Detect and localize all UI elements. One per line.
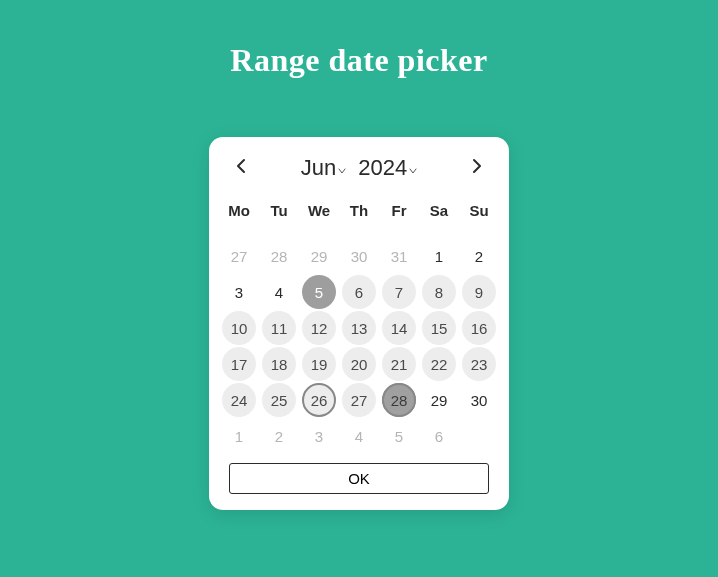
day-cell[interactable]: 6 (422, 419, 456, 453)
day-cell[interactable]: 20 (342, 347, 376, 381)
picker-header: Jun 2024 (219, 155, 499, 189)
day-cell[interactable]: 28 (382, 383, 416, 417)
year-dropdown[interactable]: 2024 (358, 155, 417, 181)
day-cell[interactable]: 27 (342, 383, 376, 417)
day-cell[interactable]: 31 (382, 239, 416, 273)
day-cell[interactable]: 28 (262, 239, 296, 273)
day-cell[interactable]: 10 (222, 311, 256, 345)
day-cell[interactable]: 5 (302, 275, 336, 309)
chevron-down-icon (409, 155, 417, 181)
weekday-header: Su (460, 193, 498, 227)
days-grid: 2728293031123456789101112131415161718192… (219, 235, 499, 453)
day-cell[interactable]: 3 (222, 275, 256, 309)
day-cell[interactable]: 7 (382, 275, 416, 309)
chevron-left-icon (236, 158, 246, 178)
day-cell[interactable]: 18 (262, 347, 296, 381)
chevron-right-icon (472, 158, 482, 178)
page-title: Range date picker (0, 0, 718, 79)
day-cell[interactable]: 30 (462, 383, 496, 417)
day-cell[interactable]: 3 (302, 419, 336, 453)
weekday-header: Th (340, 193, 378, 227)
weekday-header: Fr (380, 193, 418, 227)
day-cell[interactable]: 16 (462, 311, 496, 345)
day-cell[interactable]: 4 (342, 419, 376, 453)
day-cell[interactable]: 12 (302, 311, 336, 345)
weekday-header: Sa (420, 193, 458, 227)
day-cell[interactable]: 21 (382, 347, 416, 381)
day-cell[interactable]: 6 (342, 275, 376, 309)
day-cell[interactable]: 23 (462, 347, 496, 381)
prev-month-button[interactable] (229, 156, 253, 180)
day-cell[interactable]: 29 (422, 383, 456, 417)
day-cell[interactable]: 13 (342, 311, 376, 345)
day-cell[interactable]: 30 (342, 239, 376, 273)
day-cell[interactable]: 27 (222, 239, 256, 273)
day-cell[interactable]: 25 (262, 383, 296, 417)
day-cell[interactable]: 4 (262, 275, 296, 309)
weekday-header: Tu (260, 193, 298, 227)
date-range-picker: Jun 2024 MoTuWeThFrSaSu 2728293031123456… (209, 137, 509, 510)
day-cell[interactable]: 8 (422, 275, 456, 309)
ok-button[interactable]: OK (229, 463, 489, 494)
day-cell[interactable]: 5 (382, 419, 416, 453)
day-cell[interactable]: 22 (422, 347, 456, 381)
weekday-row: MoTuWeThFrSaSu (219, 189, 499, 227)
next-month-button[interactable] (465, 156, 489, 180)
day-cell[interactable]: 19 (302, 347, 336, 381)
day-cell[interactable]: 24 (222, 383, 256, 417)
day-cell[interactable]: 9 (462, 275, 496, 309)
day-cell[interactable]: 15 (422, 311, 456, 345)
month-year-display: Jun 2024 (301, 155, 417, 181)
day-cell[interactable]: 1 (422, 239, 456, 273)
day-cell[interactable]: 11 (262, 311, 296, 345)
picker-footer: OK (219, 453, 499, 494)
day-cell[interactable]: 29 (302, 239, 336, 273)
weekday-header: Mo (220, 193, 258, 227)
day-cell[interactable]: 1 (222, 419, 256, 453)
month-dropdown[interactable]: Jun (301, 155, 346, 181)
chevron-down-icon (338, 155, 346, 181)
day-cell[interactable]: 14 (382, 311, 416, 345)
weekday-header: We (300, 193, 338, 227)
day-cell[interactable]: 2 (462, 239, 496, 273)
day-cell[interactable]: 2 (262, 419, 296, 453)
day-cell[interactable]: 17 (222, 347, 256, 381)
day-cell[interactable]: 26 (302, 383, 336, 417)
year-label: 2024 (358, 155, 407, 181)
month-label: Jun (301, 155, 336, 181)
